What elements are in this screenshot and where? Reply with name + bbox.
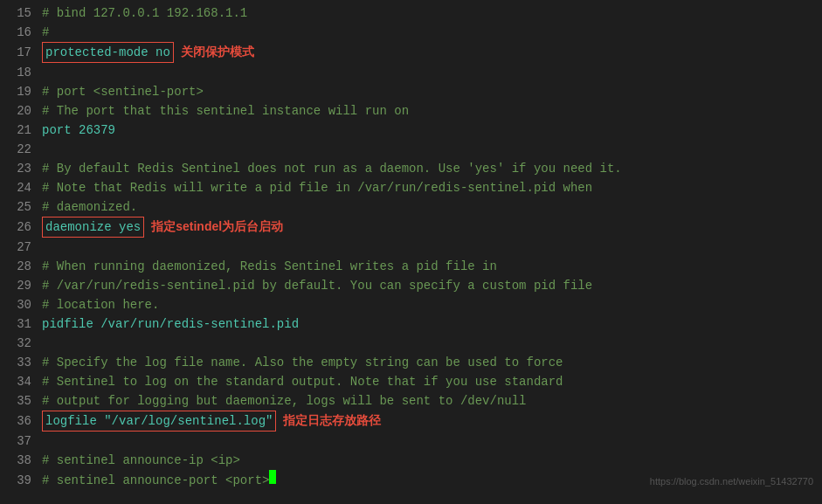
code-line: 26daemonize yes指定setindel为后台启动 (0, 217, 822, 238)
code-line: 36logfile "/var/log/sentinel.log"指定日志存放路… (0, 411, 822, 432)
code-line: 22 (0, 140, 822, 159)
plain-text: pidfile /var/run/redis-sentinel.pid (42, 314, 299, 334)
highlighted-box: protected-mode no (42, 42, 174, 63)
code-line: 38# sentinel announce-ip <ip> (0, 451, 822, 470)
comment-text: # output for logging but daemonize, logs… (42, 391, 527, 411)
line-number: 24 (7, 178, 31, 197)
line-number: 18 (7, 63, 31, 82)
comment-text: # Sentinel to log on the standard output… (42, 372, 563, 391)
line-number: 16 (7, 23, 31, 42)
line-number: 34 (7, 372, 31, 391)
comment-text: # sentinel announce-port <port> (42, 471, 269, 490)
line-number: 19 (7, 82, 31, 101)
comment-text: # bind 127.0.0.1 192.168.1.1 (42, 3, 247, 23)
line-number: 32 (7, 334, 31, 353)
line-number: 37 (7, 432, 31, 451)
code-line: 37 (0, 432, 822, 451)
annotation: 关闭保护模式 (181, 45, 254, 59)
comment-text: # sentinel announce-ip <ip> (42, 451, 240, 470)
highlighted-line: logfile "/var/log/sentinel.log"指定日志存放路径 (42, 411, 381, 432)
highlighted-line: daemonize yes指定setindel为后台启动 (42, 217, 283, 238)
comment-text: # port <sentinel-port> (42, 82, 204, 101)
code-line: 32 (0, 334, 822, 353)
line-number: 25 (7, 197, 31, 217)
line-number: 22 (7, 140, 31, 159)
watermark: https://blog.csdn.net/weixin_51432770 (650, 476, 813, 487)
line-number: 31 (7, 314, 31, 334)
comment-text: # daemonized. (42, 197, 137, 217)
plain-text: port 26379 (42, 121, 115, 140)
code-line: 18 (0, 63, 822, 82)
code-line: 21port 26379 (0, 121, 822, 140)
code-line: 27 (0, 238, 822, 257)
line-number: 38 (7, 451, 31, 470)
line-number: 17 (7, 43, 31, 62)
code-line: 15# bind 127.0.0.1 192.168.1.1 (0, 3, 822, 23)
line-number: 15 (7, 3, 31, 23)
comment-text: # (42, 23, 49, 42)
text-cursor (269, 470, 276, 484)
highlighted-box: logfile "/var/log/sentinel.log" (42, 411, 276, 432)
code-line: 20# The port that this sentinel instance… (0, 101, 822, 121)
annotation: 指定日志存放路径 (283, 413, 381, 427)
line-number: 20 (7, 101, 31, 121)
line-number: 21 (7, 121, 31, 140)
comment-text: # Note that Redis will write a pid file … (42, 178, 592, 197)
line-number: 30 (7, 295, 31, 314)
code-line: 33# Specify the log file name. Also the … (0, 353, 822, 372)
comment-text: # /var/run/redis-sentinel.pid by default… (42, 276, 592, 295)
code-line: 16# (0, 23, 822, 42)
code-line: 31pidfile /var/run/redis-sentinel.pid (0, 314, 822, 334)
line-number: 26 (7, 217, 31, 237)
code-line: 19# port <sentinel-port> (0, 82, 822, 101)
code-container: 15# bind 127.0.0.1 192.168.1.116#17prote… (0, 0, 822, 494)
code-block: 15# bind 127.0.0.1 192.168.1.116#17prote… (0, 0, 822, 494)
code-line: 34# Sentinel to log on the standard outp… (0, 372, 822, 391)
code-line: 25# daemonized. (0, 197, 822, 217)
line-number: 27 (7, 238, 31, 257)
code-line: 24# Note that Redis will write a pid fil… (0, 178, 822, 197)
code-line: 30# location here. (0, 295, 822, 314)
comment-text: # The port that this sentinel instance w… (42, 101, 409, 121)
code-line: 17protected-mode no关闭保护模式 (0, 42, 822, 63)
comment-text: # location here. (42, 295, 159, 314)
line-number: 33 (7, 353, 31, 372)
line-number: 23 (7, 159, 31, 178)
code-line: 23# By default Redis Sentinel does not r… (0, 159, 822, 178)
comment-text: # Specify the log file name. Also the em… (42, 353, 563, 372)
line-number: 35 (7, 391, 31, 411)
code-line: 28# When running daemonized, Redis Senti… (0, 257, 822, 276)
code-line: 29# /var/run/redis-sentinel.pid by defau… (0, 276, 822, 295)
line-number: 29 (7, 276, 31, 295)
comment-text: # By default Redis Sentinel does not run… (42, 159, 622, 178)
code-line: 35# output for logging but daemonize, lo… (0, 391, 822, 411)
highlighted-line: protected-mode no关闭保护模式 (42, 42, 254, 63)
highlighted-box: daemonize yes (42, 217, 144, 238)
comment-text: # When running daemonized, Redis Sentine… (42, 257, 497, 276)
annotation: 指定setindel为后台启动 (151, 219, 283, 233)
line-number: 28 (7, 257, 31, 276)
line-number: 36 (7, 411, 31, 431)
line-number: 39 (7, 471, 31, 490)
